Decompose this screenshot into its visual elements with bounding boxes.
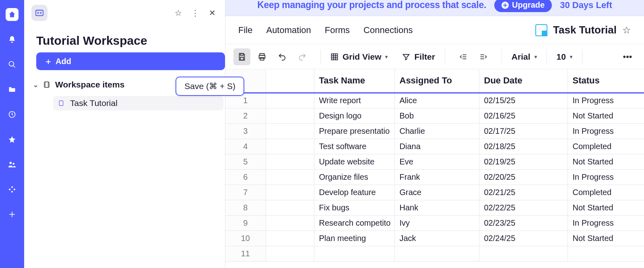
cell-assigned[interactable]: Grace: [394, 185, 479, 200]
cell-assigned[interactable]: Hank: [394, 200, 479, 215]
cell-assigned[interactable]: Alice: [394, 93, 479, 108]
cell-task[interactable]: Research competito: [314, 215, 394, 231]
row-number[interactable]: 6: [225, 169, 266, 185]
table-row[interactable]: 10Plan meetingJack02/24/25Not Started: [225, 231, 644, 246]
data-grid[interactable]: Task Name Assigned To Due Date Status 1W…: [225, 69, 644, 268]
cell-due[interactable]: 02/20/25: [479, 169, 568, 185]
save-button[interactable]: [233, 48, 250, 65]
row-number[interactable]: 9: [225, 215, 266, 231]
table-row[interactable]: 9Research competitoIvy02/23/25In Progres…: [225, 215, 644, 231]
indent-button[interactable]: [475, 48, 492, 65]
sidebar-item-task-tutorial[interactable]: Task Tutorial: [53, 96, 223, 110]
search-icon[interactable]: [6, 58, 19, 71]
table-row[interactable]: 4Test softwareDiana02/18/25Completed: [225, 139, 644, 154]
cell-status[interactable]: Completed: [568, 139, 644, 154]
font-selector[interactable]: Arial ▾: [512, 52, 537, 62]
cell-task[interactable]: Organize files: [314, 169, 394, 185]
users-icon[interactable]: [6, 158, 19, 171]
cell-blank[interactable]: [266, 185, 314, 200]
table-row[interactable]: 6Organize filesFrank02/20/25In Progress: [225, 169, 644, 185]
cell-status[interactable]: In Progress: [568, 123, 644, 139]
cell-assigned[interactable]: Ivy: [394, 215, 479, 231]
menu-forms[interactable]: Forms: [325, 25, 350, 35]
row-number[interactable]: 8: [225, 200, 266, 215]
cell-task[interactable]: Plan meeting: [314, 231, 394, 246]
cell-status[interactable]: [568, 246, 644, 261]
cell-blank[interactable]: [266, 200, 314, 215]
cell-assigned[interactable]: Bob: [394, 108, 479, 123]
menu-file[interactable]: File: [238, 25, 252, 35]
row-number[interactable]: 3: [225, 123, 266, 139]
row-number[interactable]: 7: [225, 185, 266, 200]
cell-status[interactable]: In Progress: [568, 215, 644, 231]
col-assigned-to[interactable]: Assigned To: [394, 69, 479, 93]
cell-due[interactable]: 02/15/25: [479, 93, 568, 108]
cell-due[interactable]: 02/17/25: [479, 123, 568, 139]
view-selector[interactable]: Grid View ▾: [330, 52, 388, 62]
table-row[interactable]: 7Develop featureGrace02/21/25Completed: [225, 185, 644, 200]
cell-task[interactable]: Design logo: [314, 108, 394, 123]
menu-connections[interactable]: Connections: [363, 25, 413, 35]
font-size-selector[interactable]: 10 ▾: [557, 52, 572, 62]
more-vertical-icon[interactable]: ⋮: [190, 7, 201, 19]
cell-due[interactable]: [479, 246, 568, 261]
folder-icon[interactable]: [6, 83, 19, 96]
row-number[interactable]: 5: [225, 154, 266, 169]
col-due-date[interactable]: Due Date: [479, 69, 568, 93]
cell-task[interactable]: Develop feature: [314, 185, 394, 200]
cell-assigned[interactable]: Diana: [394, 139, 479, 154]
row-number[interactable]: 2: [225, 108, 266, 123]
cell-task[interactable]: Prepare presentatio: [314, 123, 394, 139]
cell-due[interactable]: 02/18/25: [479, 139, 568, 154]
cell-blank[interactable]: [266, 139, 314, 154]
cell-due[interactable]: 02/21/25: [479, 185, 568, 200]
cell-task[interactable]: Write report: [314, 93, 394, 108]
outdent-button[interactable]: [455, 48, 472, 65]
cell-due[interactable]: 02/24/25: [479, 231, 568, 246]
menu-automation[interactable]: Automation: [266, 25, 311, 35]
workspace-logo-icon[interactable]: [31, 5, 47, 21]
cell-status[interactable]: In Progress: [568, 169, 644, 185]
cell-blank[interactable]: [266, 246, 314, 261]
clock-icon[interactable]: [6, 108, 19, 121]
add-button[interactable]: ＋ Add: [36, 52, 225, 70]
row-number[interactable]: 10: [225, 231, 266, 246]
row-number[interactable]: 4: [225, 139, 266, 154]
cell-blank[interactable]: [266, 108, 314, 123]
print-button[interactable]: [254, 48, 270, 65]
col-blank[interactable]: [266, 69, 314, 93]
cell-status[interactable]: Completed: [568, 185, 644, 200]
cell-status[interactable]: Not Started: [568, 231, 644, 246]
cell-status[interactable]: In Progress: [568, 93, 644, 108]
row-number[interactable]: 11: [225, 246, 266, 261]
cell-status[interactable]: Not Started: [568, 108, 644, 123]
cell-status[interactable]: Not Started: [568, 154, 644, 169]
cell-assigned[interactable]: [394, 246, 479, 261]
cell-assigned[interactable]: Charlie: [394, 123, 479, 139]
filter-button[interactable]: Filter: [402, 52, 435, 62]
table-row[interactable]: 3Prepare presentatioCharlie02/17/25In Pr…: [225, 123, 644, 139]
cell-blank[interactable]: [266, 231, 314, 246]
add-icon[interactable]: [6, 208, 19, 221]
cell-blank[interactable]: [266, 93, 314, 108]
cell-task[interactable]: Update website: [314, 154, 394, 169]
bell-icon[interactable]: [6, 33, 19, 46]
cell-assigned[interactable]: Eve: [394, 154, 479, 169]
table-row[interactable]: 1Write reportAlice02/15/25In Progress: [225, 93, 644, 108]
cell-blank[interactable]: [266, 154, 314, 169]
cell-task[interactable]: [314, 246, 394, 261]
cell-due[interactable]: 02/23/25: [479, 215, 568, 231]
favorite-icon[interactable]: ☆: [173, 7, 184, 19]
col-task-name[interactable]: Task Name: [314, 69, 394, 93]
cell-due[interactable]: 02/19/25: [479, 154, 568, 169]
cell-assigned[interactable]: Jack: [394, 231, 479, 246]
cell-blank[interactable]: [266, 169, 314, 185]
table-row[interactable]: 11: [225, 246, 644, 261]
table-row[interactable]: 8Fix bugsHank02/22/25Not Started: [225, 200, 644, 215]
home-icon[interactable]: [6, 8, 19, 21]
table-row[interactable]: 5Update websiteEve02/19/25Not Started: [225, 154, 644, 169]
table-row[interactable]: 2Design logoBob02/16/25Not Started: [225, 108, 644, 123]
cell-blank[interactable]: [266, 215, 314, 231]
more-button[interactable]: •••: [619, 48, 636, 65]
cell-assigned[interactable]: Frank: [394, 169, 479, 185]
